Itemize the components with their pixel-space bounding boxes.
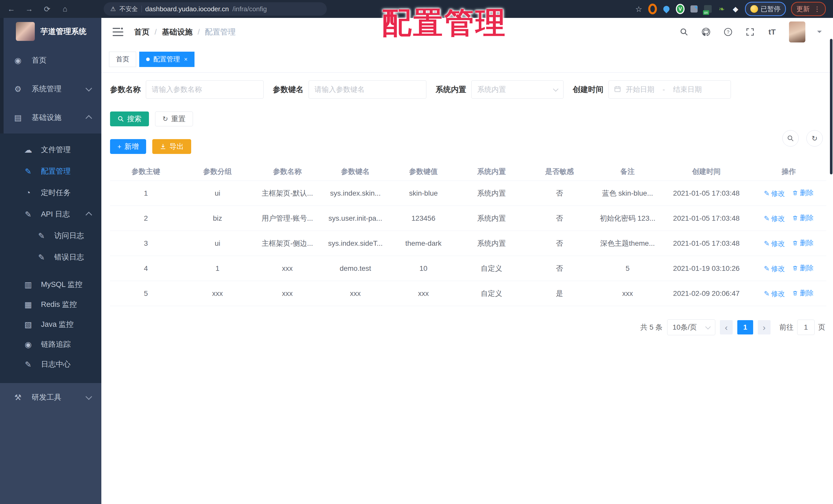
edit-link[interactable]: ✎修改 xyxy=(764,189,785,198)
trash-icon xyxy=(792,265,798,271)
extension-green-v-icon[interactable]: V xyxy=(676,5,685,13)
sidebar-item-error-log[interactable]: ✎ 错误日志 xyxy=(0,247,101,268)
breadcrumb-current: 配置管理 xyxy=(205,27,236,37)
user-menu-caret-icon[interactable] xyxy=(817,31,822,35)
extension-pin-icon[interactable] xyxy=(662,5,671,13)
reset-button[interactable]: ↻ 重置 xyxy=(155,111,193,126)
paused-badge[interactable]: 已暂停 xyxy=(745,2,786,16)
app-logo-row[interactable]: 芋道管理系统 xyxy=(0,18,101,46)
reload-icon[interactable]: ⟳ xyxy=(42,3,53,15)
cell-group: ui xyxy=(182,231,253,256)
back-icon[interactable]: ← xyxy=(6,3,17,15)
app-title: 芋道管理系统 xyxy=(41,26,87,37)
sidebar-item-trace[interactable]: ◉ 链路追踪 xyxy=(0,334,101,354)
edit-link[interactable]: ✎修改 xyxy=(764,264,785,273)
toggle-search-icon[interactable] xyxy=(782,130,799,147)
edit-link[interactable]: ✎修改 xyxy=(764,214,785,223)
java-icon: ▧ xyxy=(23,320,33,329)
create-button[interactable]: + 新增 xyxy=(110,139,146,154)
breadcrumb-separator: / xyxy=(154,28,157,36)
tab-label: 首页 xyxy=(116,55,129,64)
main-area: 首页 / 基础设施 / 配置管理 ? tT xyxy=(101,18,833,504)
delete-link[interactable]: 删除 xyxy=(792,238,813,248)
date-start-placeholder: 开始日期 xyxy=(626,85,654,94)
extension-orange-icon[interactable] xyxy=(648,5,657,13)
github-icon[interactable] xyxy=(701,27,711,37)
cell-created: 2021-01-05 17:03:48 xyxy=(662,206,751,231)
sidebar-item-log-center[interactable]: ✎ 日志中心 xyxy=(0,354,101,374)
cell-key: demo.test xyxy=(322,256,389,281)
security-label: 不安全 xyxy=(120,5,138,13)
cell-group: ui xyxy=(182,181,253,206)
sidebar-item-home[interactable]: ◉ 首页 xyxy=(0,46,101,75)
fullscreen-icon[interactable] xyxy=(745,27,755,37)
date-separator: - xyxy=(663,85,665,94)
extension-on-badge-icon[interactable] xyxy=(704,5,712,13)
bookmark-star-icon[interactable]: ☆ xyxy=(635,5,643,13)
sidebar-item-config[interactable]: ✎ 配置管理 xyxy=(0,160,101,182)
refresh-table-icon[interactable]: ↻ xyxy=(806,130,823,147)
sidebar-item-mysql[interactable]: ▥ MySQL 监控 xyxy=(0,275,101,295)
sidebar-item-label: 链路追踪 xyxy=(41,339,71,350)
home-icon[interactable]: ⌂ xyxy=(60,3,71,15)
sidebar-item-label: 文件管理 xyxy=(41,145,71,155)
update-button[interactable]: 更新 ⋮ xyxy=(791,2,826,16)
font-size-icon[interactable]: tT xyxy=(767,27,777,37)
delete-link[interactable]: 删除 xyxy=(792,288,813,298)
sidebar-top-section: 芋道管理系统 ◉ 首页 ⚙ 系统管理 ▤ 基础设施 xyxy=(0,18,101,133)
sidebar-item-job[interactable]: ◔ 定时任务 xyxy=(0,182,101,204)
page-size-select[interactable]: 10条/页 xyxy=(667,319,715,335)
menu-fold-icon[interactable] xyxy=(113,28,123,36)
next-page-icon[interactable]: › xyxy=(758,320,770,334)
update-label: 更新 xyxy=(796,5,810,14)
cell-type: 系统内置 xyxy=(457,231,525,256)
edit-link[interactable]: ✎修改 xyxy=(764,289,785,298)
sidebar-item-redis[interactable]: ▦ Redis 监控 xyxy=(0,295,101,314)
address-bar[interactable]: ⚠ 不安全 dashboard.yudao.iocoder.cn/infra/c… xyxy=(104,2,327,16)
scrollbar-thumb[interactable] xyxy=(830,39,832,174)
forward-icon[interactable]: → xyxy=(24,3,35,15)
delete-link[interactable]: 删除 xyxy=(792,213,813,223)
search-icon[interactable] xyxy=(679,27,689,37)
breadcrumb-home[interactable]: 首页 xyxy=(134,27,149,37)
prev-page-icon[interactable]: ‹ xyxy=(720,320,733,334)
extension-gray-icon[interactable] xyxy=(690,5,698,13)
goto-page-input[interactable] xyxy=(797,320,814,335)
cell-key: sys.index.sideT... xyxy=(322,231,389,256)
kebab-menu-icon[interactable]: ⋮ xyxy=(814,5,820,13)
current-page[interactable]: 1 xyxy=(737,320,753,334)
tab-close-icon[interactable]: × xyxy=(184,56,188,63)
breadcrumb-infra[interactable]: 基础设施 xyxy=(162,27,192,37)
help-icon[interactable]: ? xyxy=(723,27,733,37)
delete-link[interactable]: 删除 xyxy=(792,188,813,197)
sidebar-item-infra[interactable]: ▤ 基础设施 xyxy=(0,103,101,132)
filter-date-range[interactable]: 开始日期 - 结束日期 xyxy=(609,80,731,99)
cell-id: 1 xyxy=(110,181,182,206)
extension-leaf-icon[interactable]: ❧ xyxy=(717,5,726,13)
sidebar-item-api-log[interactable]: ✎ API 日志 xyxy=(0,204,101,225)
export-button[interactable]: 导出 xyxy=(152,139,191,154)
filter-type-select[interactable]: 系统内置 xyxy=(471,80,564,99)
breadcrumb: 首页 / 基础设施 / 配置管理 xyxy=(134,27,236,37)
col-header: 操作 xyxy=(751,162,826,181)
cell-id: 4 xyxy=(110,256,182,281)
table-toolbar: ↻ xyxy=(782,130,823,147)
cell-sensitive: 是 xyxy=(525,281,593,306)
extensions-puzzle-icon[interactable]: ◆ xyxy=(731,5,740,13)
filter-key-input[interactable] xyxy=(309,80,426,99)
col-header: 创建时间 xyxy=(662,162,751,181)
delete-link[interactable]: 删除 xyxy=(792,263,813,273)
tab-config[interactable]: 配置管理 × xyxy=(139,52,194,67)
sidebar-item-dev-tools[interactable]: ⚒ 研发工具 xyxy=(0,383,101,412)
user-avatar[interactable] xyxy=(789,22,805,43)
tab-home[interactable]: 首页 xyxy=(109,52,136,67)
calendar-icon xyxy=(614,85,621,94)
sidebar-item-file[interactable]: ☁ 文件管理 xyxy=(0,139,101,160)
sidebar-item-system[interactable]: ⚙ 系统管理 xyxy=(0,75,101,103)
filter-name-input[interactable] xyxy=(146,80,264,99)
sidebar-item-access-log[interactable]: ✎ 访问日志 xyxy=(0,225,101,247)
search-button[interactable]: 搜索 xyxy=(110,111,149,126)
edit-link[interactable]: ✎修改 xyxy=(764,239,785,248)
sidebar-item-java[interactable]: ▧ Java 监控 xyxy=(0,314,101,334)
cell-actions: ✎修改删除 xyxy=(751,256,826,281)
